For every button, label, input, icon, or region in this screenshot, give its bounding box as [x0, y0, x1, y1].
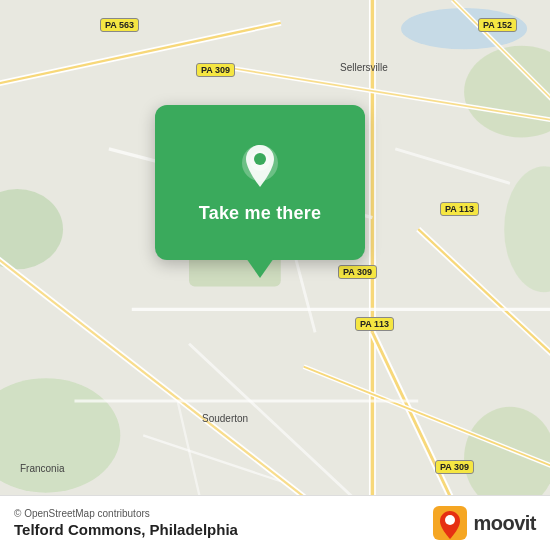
- road-badge-pa309-mid: PA 309: [338, 265, 377, 279]
- moovit-logo: moovit: [433, 506, 536, 540]
- svg-point-36: [445, 515, 455, 525]
- location-pin-icon: [234, 141, 286, 193]
- road-badge-pa309-bottom: PA 309: [435, 460, 474, 474]
- take-me-there-button[interactable]: Take me there: [199, 203, 321, 224]
- road-badge-pa113-right: PA 113: [440, 202, 479, 216]
- road-badge-pa152: PA 152: [478, 18, 517, 32]
- place-label-sellersville: Sellersville: [340, 62, 388, 73]
- map-view: PA 563 PA 309 PA 152 PA 113 PA 309 PA 11…: [0, 0, 550, 550]
- svg-point-34: [254, 153, 266, 165]
- road-badge-pa309-top: PA 309: [196, 63, 235, 77]
- bottom-bar-left: © OpenStreetMap contributors Telford Com…: [14, 508, 238, 538]
- moovit-text: moovit: [473, 512, 536, 535]
- moovit-icon: [433, 506, 467, 540]
- location-popup[interactable]: Take me there: [155, 105, 365, 260]
- road-badge-pa563: PA 563: [100, 18, 139, 32]
- bottom-bar: © OpenStreetMap contributors Telford Com…: [0, 495, 550, 550]
- osm-attribution: © OpenStreetMap contributors: [14, 508, 238, 519]
- place-label-souderton: Souderton: [202, 413, 248, 424]
- place-label-franconia: Franconia: [20, 463, 64, 474]
- road-badge-pa113-lower: PA 113: [355, 317, 394, 331]
- location-name: Telford Commons, Philadelphia: [14, 521, 238, 538]
